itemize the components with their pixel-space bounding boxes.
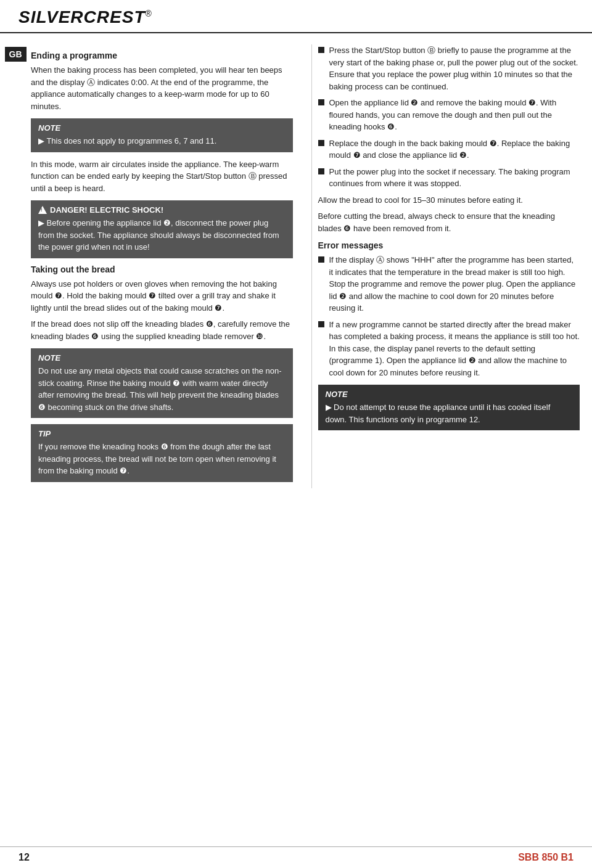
error-bullet-1: If a new programme cannot be started dir… <box>318 319 580 379</box>
bullet-icon-0 <box>318 47 324 53</box>
taking-out-para1: Always use pot holders or oven gloves wh… <box>31 278 293 314</box>
right-bullet-3: Put the power plug into the socket if ne… <box>318 166 580 190</box>
right-bullet-text-2: Replace the dough in the back baking mou… <box>329 137 580 162</box>
note2-content: Do not use any metal objects that could … <box>38 365 286 413</box>
tip-box: TIP If you remove the kneading hooks ❻ f… <box>31 424 293 482</box>
ending-para1: When the baking process has been complet… <box>31 64 293 112</box>
main-content: GB Ending a programme When the baking pr… <box>0 33 592 519</box>
right-bullet-text-3: Put the power plug into the socket if ne… <box>329 166 580 190</box>
note2-title: NOTE <box>38 353 286 362</box>
bullet-icon-2 <box>318 140 324 146</box>
right-bullet-text-0: Press the Start/Stop button Ⓑ briefly to… <box>329 44 580 92</box>
left-column: Ending a programme When the baking proce… <box>31 44 299 488</box>
header: SilverCrest® <box>0 0 592 33</box>
note3-content: ▶ Do not attempt to reuse the appliance … <box>326 401 573 425</box>
columns: Ending a programme When the baking proce… <box>31 44 592 488</box>
error-bullets: If the display Ⓐ shows "HHH" after the p… <box>318 254 580 379</box>
cool-para: Allow the bread to cool for 15–30 minute… <box>318 194 580 207</box>
keep-warm-para: In this mode, warm air circulates inside… <box>31 158 293 195</box>
error-bullet-text-0: If the display Ⓐ shows "HHH" after the p… <box>329 254 580 314</box>
danger-triangle-icon <box>38 206 47 214</box>
left-sidebar: GB <box>0 44 31 488</box>
note3-title: NOTE <box>326 390 573 399</box>
section-ending-heading: Ending a programme <box>31 51 293 60</box>
error-bullet-text-1: If a new programme cannot be started dir… <box>329 319 580 379</box>
error-bullet-0: If the display Ⓐ shows "HHH" after the p… <box>318 254 580 314</box>
taking-out-para2: If the bread does not slip off the knead… <box>31 318 293 342</box>
bullet-icon-3 <box>318 168 324 174</box>
right-bullet-0: Press the Start/Stop button Ⓑ briefly to… <box>318 44 580 92</box>
footer-page-number: 12 <box>18 852 30 863</box>
right-bullet-text-1: Open the appliance lid ❷ and remove the … <box>329 97 580 133</box>
bullet-icon-1 <box>318 99 324 105</box>
error-bullet-icon-0 <box>318 256 324 263</box>
note-box-3: NOTE ▶ Do not attempt to reuse the appli… <box>318 385 580 430</box>
tip-title: TIP <box>38 429 286 438</box>
tip-content: If you remove the kneading hooks ❻ from … <box>38 441 286 477</box>
footer-model: SBB 850 B1 <box>518 852 574 863</box>
right-bullets-top: Press the Start/Stop button Ⓑ briefly to… <box>318 44 580 190</box>
note1-content: ▶ This does not apply to programmes 6, 7… <box>38 135 286 147</box>
footer: 12 SBB 850 B1 <box>0 846 592 868</box>
error-bullet-icon-1 <box>318 321 324 327</box>
page-wrapper: SilverCrest® GB Ending a programme When … <box>0 0 592 868</box>
cutting-para: Before cutting the bread, always check t… <box>318 210 580 234</box>
error-heading: Error messages <box>318 240 580 250</box>
danger-title: DANGER! ELECTRIC SHOCK! <box>38 205 286 215</box>
taking-out-heading: Taking out the bread <box>31 264 293 274</box>
note-box-2: NOTE Do not use any metal objects that c… <box>31 348 293 418</box>
right-bullet-2: Replace the dough in the back baking mou… <box>318 137 580 162</box>
brand-name: SilverCrest® <box>18 7 152 27</box>
gb-label: GB <box>5 47 27 62</box>
danger-box: DANGER! ELECTRIC SHOCK! ▶ Before opening… <box>31 200 293 258</box>
right-bullet-1: Open the appliance lid ❷ and remove the … <box>318 97 580 133</box>
danger-content: ▶ Before opening the appliance lid ❷, di… <box>38 217 286 253</box>
note-box-1: NOTE ▶ This does not apply to programmes… <box>31 118 293 152</box>
note1-title: NOTE <box>38 123 286 133</box>
right-column: Press the Start/Stop button Ⓑ briefly to… <box>311 44 580 488</box>
